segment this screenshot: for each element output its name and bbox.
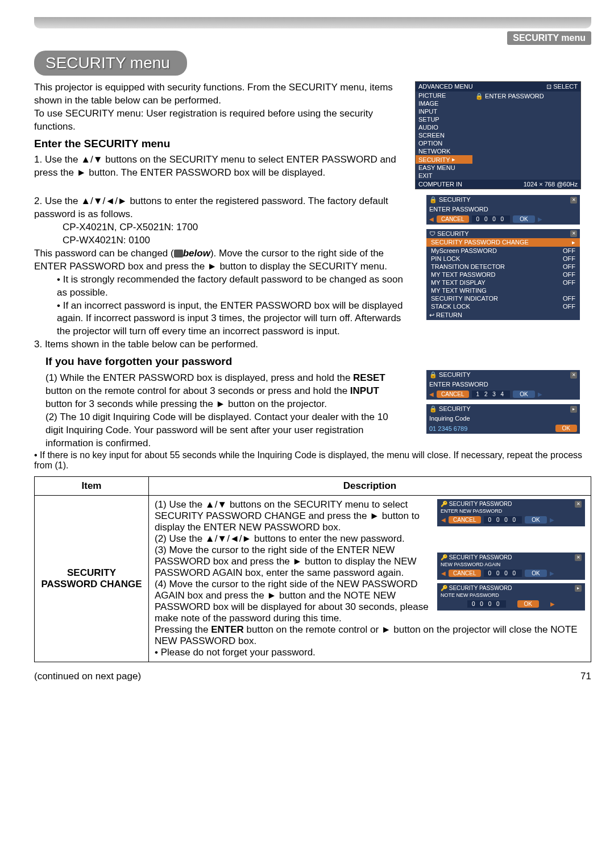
osd-inquiring-code: 🔒 SECURITY▸ Inquiring Code 01 2345 6789 … bbox=[426, 404, 580, 434]
return-icon: ↩ bbox=[429, 312, 434, 318]
close-icon: ✕ bbox=[575, 554, 582, 561]
osd-item-option: OPTION bbox=[416, 139, 472, 147]
osd-list-row: SECURITY INDICATOROFF bbox=[426, 294, 580, 302]
osd-list-row: TRANSITION DETECTOROFF bbox=[426, 263, 580, 271]
close-icon: ✕ bbox=[570, 197, 577, 203]
arrow-icon: ▸ bbox=[570, 406, 577, 413]
table-desc-cell: 🔑 SECURITY PASSWORD ✕ ENTER NEW PASSWORD… bbox=[149, 495, 591, 662]
osd-list-row: MY TEXT DISPLAYOFF bbox=[426, 279, 580, 286]
key-icon: 🔑 bbox=[441, 585, 447, 591]
enter-bullet1: • It is strongly recommended the factory… bbox=[34, 273, 406, 300]
osd-enter-new-password: 🔑 SECURITY PASSWORD ✕ ENTER NEW PASSWORD… bbox=[437, 499, 585, 526]
lock-icon: 🔒 bbox=[475, 93, 483, 99]
osd-note-new-password: 🔑 SECURITY PASSWORD ▸ NOTE NEW PASSWORD … bbox=[437, 583, 585, 610]
osd-item-input: INPUT bbox=[416, 107, 472, 115]
shield-icon: 🛡 bbox=[429, 230, 435, 237]
arrow-left-icon: ◀ bbox=[429, 216, 434, 222]
osd-item-exit: EXIT bbox=[416, 172, 472, 180]
osd-list-row: MY TEXT WRITING bbox=[426, 286, 580, 294]
osd-digits: 0 0 0 0 bbox=[467, 600, 506, 608]
arrow-left-icon: ◀ bbox=[429, 391, 434, 397]
osd-footer-left: COMPUTER IN bbox=[418, 181, 462, 188]
osd-cancel-button: CANCEL bbox=[449, 570, 481, 577]
enter-bullet2: • If an incorrect password is input, the… bbox=[34, 300, 406, 339]
osd-advanced-menu: ADVANCED MENU ⊡ SELECT PICTURE IMAGE INP… bbox=[415, 81, 581, 189]
lock-icon: 🔒 bbox=[429, 196, 437, 203]
osd-digits: 0 0 0 0 bbox=[484, 570, 522, 577]
osd-cancel-button: CANCEL bbox=[449, 516, 481, 524]
osd-list-hl: SECURITY PASSWORD CHANGE▸ bbox=[426, 238, 580, 247]
forgot-heading: If you have forgotten your password bbox=[34, 354, 406, 369]
section-breadcrumb: SECURITY menu bbox=[507, 31, 591, 45]
osd-item-image: IMAGE bbox=[416, 99, 472, 107]
page-number: 71 bbox=[580, 671, 591, 682]
enter-pw1: CP-X4021N, CP-X5021N: 1700 bbox=[34, 221, 406, 234]
osd-item-security: SECURITY ▸ bbox=[416, 155, 472, 164]
osd-item-network: NETWORK bbox=[416, 147, 472, 155]
arrow-right-icon: ▶ bbox=[538, 216, 542, 222]
arrow-right-icon: ▶ bbox=[550, 601, 555, 607]
arrow-right-icon: ▶ bbox=[550, 570, 554, 576]
top-bar bbox=[34, 17, 591, 28]
enter-step1: 1. Use the ▲/▼ buttons on the SECURITY m… bbox=[34, 153, 406, 180]
key-icon: 🔑 bbox=[441, 554, 447, 560]
osd-digits: 0 0 0 0 bbox=[472, 215, 511, 223]
osd-list-row: MyScreen PASSWORDOFF bbox=[426, 247, 580, 255]
osd-ok-button: OK bbox=[517, 600, 539, 608]
desc-note: • Please do not forget your password. bbox=[155, 647, 585, 658]
osd-list-row: MY TEXT PASSWORDOFF bbox=[426, 271, 580, 279]
key-icon: 🔑 bbox=[441, 501, 447, 507]
desc-step4b: Pressing the ENTER button on the remote … bbox=[155, 624, 585, 647]
arrow-left-icon: ◀ bbox=[441, 570, 446, 576]
intro-p1: This projector is equipped with security… bbox=[34, 81, 406, 107]
osd-item-picture: PICTURE bbox=[416, 92, 472, 99]
osd-ok-button: OK bbox=[555, 425, 577, 432]
select-icon: ⊡ bbox=[546, 83, 551, 90]
osd-enter-pw-label: ENTER PASSWORD bbox=[485, 93, 544, 99]
forgot-note: • If there is no key input for about 55 … bbox=[34, 450, 591, 471]
enter-step3: 3. Items shown in the table below can be… bbox=[34, 338, 406, 351]
enter-heading: Enter the SECURITY menu bbox=[34, 136, 406, 151]
enter-pw2: CP-WX4021N: 0100 bbox=[34, 234, 406, 247]
book-icon bbox=[174, 250, 183, 258]
osd-ok-button: OK bbox=[513, 391, 534, 398]
table-item-cell: SECURITY PASSWORD CHANGE bbox=[35, 495, 149, 662]
osd-ok-button: OK bbox=[525, 516, 546, 524]
osd-cancel-button: CANCEL bbox=[437, 215, 469, 223]
osd-item-easymenu: EASY MENU bbox=[416, 164, 472, 172]
lock-icon: 🔒 bbox=[429, 371, 437, 378]
close-icon: ✕ bbox=[570, 372, 577, 379]
enter-below: This password can be changed (below). Mo… bbox=[34, 247, 406, 273]
close-icon: ✕ bbox=[570, 230, 577, 237]
osd-item-setup: SETUP bbox=[416, 115, 472, 123]
inquiring-code-value: 01 2345 6789 bbox=[429, 425, 467, 432]
osd-new-password-again: 🔑 SECURITY PASSWORD ✕ NEW PASSWORD AGAIN… bbox=[437, 553, 585, 580]
osd-adv-label: ADVANCED MENU bbox=[418, 83, 473, 90]
osd-cancel-button: CANCEL bbox=[437, 391, 469, 398]
osd-ok-button: OK bbox=[525, 570, 546, 577]
osd-footer-right: 1024 × 768 @60Hz bbox=[524, 181, 578, 188]
arrow-right-icon: ▶ bbox=[550, 517, 554, 523]
table-header-desc: Description bbox=[149, 476, 591, 495]
arrow-right-icon: ▶ bbox=[538, 391, 542, 397]
arrow-icon: ▸ bbox=[575, 585, 582, 592]
description-table: Item Description SECURITY PASSWORD CHANG… bbox=[34, 476, 591, 662]
osd-ok-button: OK bbox=[513, 215, 534, 223]
osd-item-audio: AUDIO bbox=[416, 123, 472, 131]
page-title: SECURITY menu bbox=[34, 51, 187, 76]
osd-enter-password-2: 🔒 SECURITY✕ ENTER PASSWORD ◀ CANCEL 1 2 … bbox=[426, 370, 580, 400]
osd-digits: 1 2 3 4 bbox=[472, 391, 511, 398]
table-header-item: Item bbox=[35, 476, 149, 495]
forgot-s1: (1) While the ENTER PASSWORD box is disp… bbox=[34, 372, 406, 411]
close-icon: ✕ bbox=[575, 501, 582, 508]
osd-security-list: 🛡 SECURITY✕ SECURITY PASSWORD CHANGE▸ My… bbox=[426, 229, 580, 320]
arrow-right-icon: ▸ bbox=[572, 239, 575, 246]
forgot-s2: (2) The 10 digit Inquiring Code will be … bbox=[34, 411, 406, 450]
osd-list-row: STACK LOCKOFF bbox=[426, 302, 580, 310]
osd-list-row: PIN LOCKOFF bbox=[426, 255, 580, 263]
enter-step2: 2. Use the ▲/▼/◄/► buttons to enter the … bbox=[34, 195, 406, 221]
continued-label: (continued on next page) bbox=[34, 671, 141, 682]
lock-icon: 🔒 bbox=[429, 405, 437, 412]
osd-enter-password-1: 🔒 SECURITY✕ ENTER PASSWORD ◀ CANCEL 0 0 … bbox=[426, 195, 580, 225]
osd-select-label: SELECT bbox=[553, 83, 578, 90]
